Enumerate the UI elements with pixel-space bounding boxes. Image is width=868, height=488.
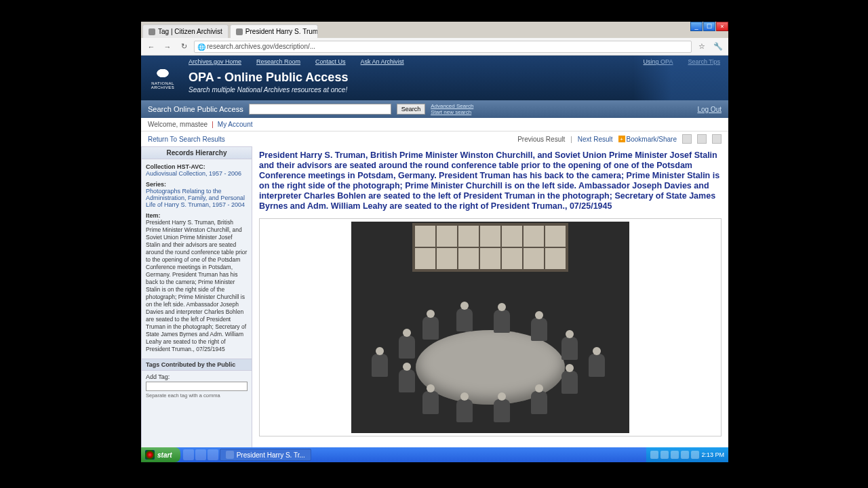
windows-logo-icon xyxy=(145,450,155,460)
nav-research[interactable]: Research Room xyxy=(256,58,300,65)
search-bar: Search Online Public Access Search Advan… xyxy=(141,100,728,118)
tag-hint: Separate each tag with a comma xyxy=(146,392,248,399)
image-frame xyxy=(259,218,722,436)
taskbar-app-chrome[interactable]: President Harry S. Tr... xyxy=(220,449,311,461)
windows-taskbar: start President Harry S. Tr... 2:13 PM xyxy=(141,447,728,462)
separator: | xyxy=(570,136,572,143)
site-header: NATIONAL ARCHIVES Archives.gov Home Rese… xyxy=(141,56,728,100)
series-label: Series: xyxy=(146,181,248,188)
quick-launch-chrome-icon[interactable] xyxy=(208,449,218,460)
search-label: Search Online Public Access xyxy=(148,105,243,113)
record-date: 07/25/1945 xyxy=(570,201,612,211)
minimize-button[interactable]: _ xyxy=(690,22,703,31)
reload-icon[interactable]: ↻ xyxy=(178,41,190,53)
return-to-results-link[interactable]: Return To Search Results xyxy=(148,136,225,143)
address-bar[interactable]: 🌐 research.archives.gov/description/... xyxy=(194,41,692,53)
item-text: President Harry S. Truman, British Prime… xyxy=(146,219,248,353)
url-text: research.archives.gov/description/... xyxy=(207,43,315,50)
collection-label: Collection HST-AVC: xyxy=(146,163,248,170)
sidebar: Records Hierarchy Collection HST-AVC: Au… xyxy=(141,146,252,462)
records-hierarchy-heading: Records Hierarchy xyxy=(142,147,252,159)
contact-icon[interactable] xyxy=(682,134,692,144)
browser-toolbar: ← → ↻ 🌐 research.archives.gov/descriptio… xyxy=(141,38,728,56)
separator: | xyxy=(212,121,214,128)
photo-window xyxy=(412,223,568,272)
welcome-bar: Welcome, mmastee | My Account xyxy=(141,118,728,131)
system-tray: 2:13 PM xyxy=(646,447,728,462)
quick-launch-ie-icon[interactable] xyxy=(183,449,194,460)
prev-result-text: Previous Result xyxy=(517,136,565,143)
collection-link[interactable]: Audiovisual Collection, 1957 - 2006 xyxy=(146,170,241,177)
nav-ask[interactable]: Ask An Archivist xyxy=(361,58,404,65)
eagle-icon xyxy=(153,66,172,80)
tab-truman[interactable]: President Harry S. Truman, B... xyxy=(230,24,318,38)
favicon-icon xyxy=(149,28,155,35)
close-button[interactable]: × xyxy=(716,22,728,31)
advanced-search-link[interactable]: Advanced Search xyxy=(431,103,473,109)
network-icon[interactable] xyxy=(691,451,699,459)
content-area: President Harry S. Truman, British Prime… xyxy=(252,146,728,462)
series-link[interactable]: Photographs Relating to the Administrati… xyxy=(146,188,245,208)
tray-icon[interactable] xyxy=(650,451,658,459)
tray-icon[interactable] xyxy=(660,451,669,459)
search-input[interactable] xyxy=(249,104,391,115)
maximize-button[interactable]: ☐ xyxy=(703,22,715,31)
chrome-icon xyxy=(226,451,234,459)
add-tag-label: Add Tag: xyxy=(146,373,248,380)
tab-label: Tag | Citizen Archivist xyxy=(158,28,222,35)
tray-icon[interactable] xyxy=(671,451,679,459)
bookmark-label: Bookmark/Share xyxy=(627,136,677,143)
main-columns: Records Hierarchy Collection HST-AVC: Au… xyxy=(141,146,728,462)
forward-icon[interactable]: → xyxy=(161,41,174,53)
bookmark-star-icon[interactable]: ☆ xyxy=(696,41,708,53)
archival-photo[interactable] xyxy=(351,222,629,433)
window-controls: _ ☐ × xyxy=(690,22,728,31)
header-art xyxy=(633,56,728,100)
action-row: Return To Search Results Previous Result… xyxy=(141,131,728,146)
tags-heading: Tags Contributed by the Public xyxy=(142,359,252,371)
record-title: President Harry S. Truman, British Prime… xyxy=(259,150,722,211)
nav-home[interactable]: Archives.gov Home xyxy=(189,58,241,65)
browser-window: Tag | Citizen Archivist President Harry … xyxy=(141,22,728,462)
quick-launch-desktop-icon[interactable] xyxy=(195,449,206,460)
favicon-icon xyxy=(236,28,243,35)
taskbar-app-label: President Harry S. Tr... xyxy=(237,451,305,459)
plus-icon: + xyxy=(618,136,625,142)
record-title-text: President Harry S. Truman, British Prime… xyxy=(259,150,719,211)
logo-text-bottom: ARCHIVES xyxy=(151,85,175,89)
export-icon[interactable] xyxy=(712,134,722,144)
archives-logo[interactable]: NATIONAL ARCHIVES xyxy=(141,56,184,100)
tab-citizen-archivist[interactable]: Tag | Citizen Archivist xyxy=(142,24,229,38)
my-account-link[interactable]: My Account xyxy=(218,121,253,128)
bookmark-share-link[interactable]: + Bookmark/Share xyxy=(618,136,677,143)
next-result-link[interactable]: Next Result xyxy=(578,136,613,143)
add-tag-input[interactable] xyxy=(146,382,248,391)
clock[interactable]: 2:13 PM xyxy=(701,451,724,458)
tab-label: President Harry S. Truman, B... xyxy=(245,28,318,35)
start-button[interactable]: start xyxy=(141,447,180,462)
start-new-search-link[interactable]: Start new search xyxy=(431,109,473,115)
welcome-text: Welcome, mmastee xyxy=(148,121,208,128)
nav-contact[interactable]: Contact Us xyxy=(315,58,346,65)
globe-icon: 🌐 xyxy=(197,43,204,50)
logout-link[interactable]: Log Out xyxy=(697,106,722,113)
tab-strip: Tag | Citizen Archivist President Harry … xyxy=(141,22,728,38)
item-label: Item: xyxy=(146,212,248,219)
wrench-icon[interactable]: 🔧 xyxy=(712,41,724,53)
print-icon[interactable] xyxy=(697,134,707,144)
back-icon[interactable]: ← xyxy=(145,41,157,53)
start-label: start xyxy=(157,451,172,459)
volume-icon[interactable] xyxy=(681,451,689,459)
search-button[interactable]: Search xyxy=(397,104,426,115)
